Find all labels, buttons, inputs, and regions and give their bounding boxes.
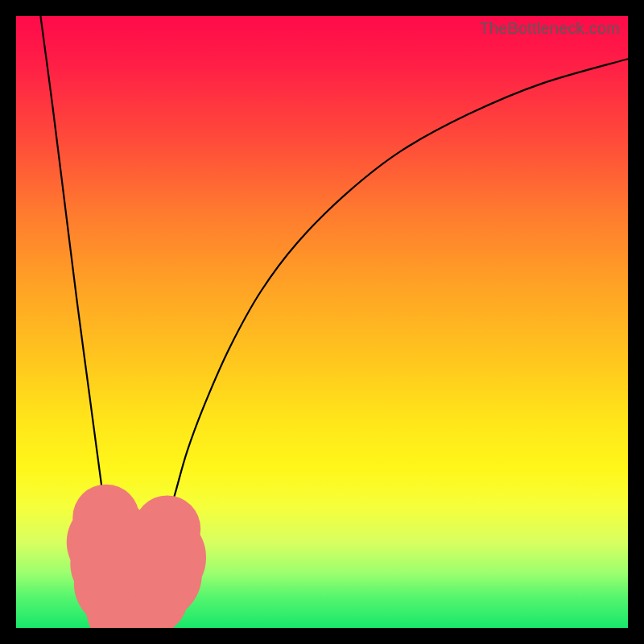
plot-area: TheBottleneck.com bbox=[16, 16, 628, 628]
chart-frame: TheBottleneck.com bbox=[0, 0, 644, 644]
curve-right-branch bbox=[132, 59, 628, 625]
marker-dot bbox=[134, 495, 200, 562]
chart-svg bbox=[16, 16, 628, 628]
marker-dots bbox=[67, 485, 206, 628]
watermark-text: TheBottleneck.com bbox=[479, 19, 620, 38]
